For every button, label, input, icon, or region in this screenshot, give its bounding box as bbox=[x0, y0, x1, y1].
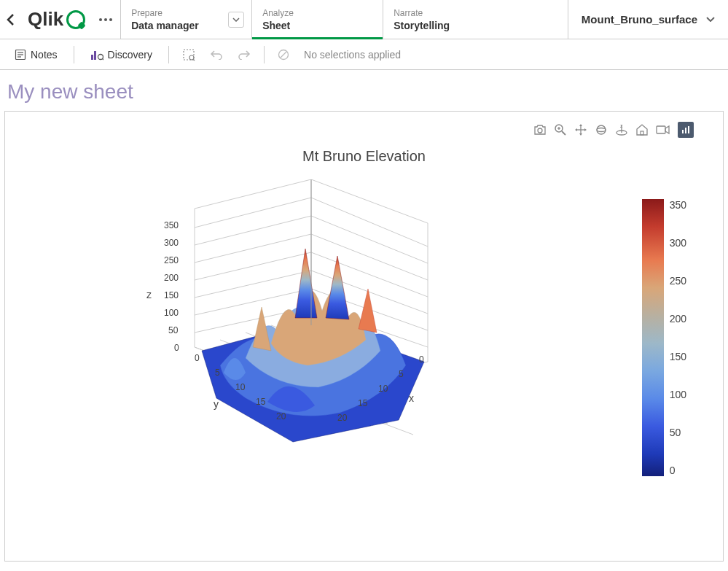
svg-point-16 bbox=[538, 128, 542, 133]
svg-point-1 bbox=[104, 18, 107, 21]
tab-narrate[interactable]: Narrate Storytelling bbox=[383, 0, 514, 39]
colorbar-tick: 200 bbox=[670, 313, 686, 325]
svg-rect-28 bbox=[641, 131, 643, 135]
svg-rect-7 bbox=[91, 55, 93, 60]
y-tick: 0 bbox=[195, 353, 200, 363]
x-tick: 15 bbox=[358, 398, 367, 408]
svg-line-44 bbox=[195, 216, 311, 245]
x-tick: 0 bbox=[419, 354, 424, 365]
undo-button[interactable] bbox=[206, 45, 227, 64]
clear-selections-button[interactable] bbox=[273, 44, 294, 65]
colorbar-labels: 350 300 250 200 150 100 50 0 bbox=[664, 199, 686, 476]
tab-title: Sheet bbox=[262, 20, 372, 31]
svg-line-52 bbox=[311, 198, 428, 246]
svg-line-45 bbox=[195, 198, 311, 228]
z-tick: 50 bbox=[168, 325, 178, 335]
colorbar-tick: 300 bbox=[670, 237, 686, 249]
separator bbox=[168, 46, 169, 63]
svg-line-51 bbox=[311, 216, 428, 263]
tab-title: Data manager bbox=[131, 20, 241, 31]
nav-tabs: Prepare Data manager Analyze Sheet Narra… bbox=[120, 0, 568, 39]
colorbar-gradient bbox=[642, 199, 664, 476]
x-tick: 20 bbox=[337, 413, 347, 423]
tab-analyze[interactable]: Analyze Sheet bbox=[251, 0, 383, 39]
svg-line-35 bbox=[195, 179, 311, 209]
tab-title: Storytelling bbox=[394, 20, 504, 31]
svg-rect-11 bbox=[184, 50, 194, 60]
svg-rect-32 bbox=[685, 128, 686, 133]
svg-line-42 bbox=[195, 252, 311, 280]
svg-line-41 bbox=[195, 271, 311, 298]
logo: Qlik bbox=[22, 0, 91, 39]
orbit-rotate-icon[interactable] bbox=[595, 123, 608, 136]
svg-line-13 bbox=[193, 59, 195, 61]
sheet-canvas: z Mt Bruno Elevation bbox=[4, 111, 724, 562]
svg-line-18 bbox=[562, 131, 565, 135]
svg-rect-31 bbox=[682, 130, 684, 133]
app-name-dropdown[interactable]: Mount_Bruno_surface bbox=[568, 0, 728, 39]
chart-modebar: z bbox=[533, 122, 694, 138]
discovery-button[interactable]: Discovery bbox=[83, 44, 160, 65]
z-tick: 150 bbox=[164, 290, 179, 300]
x-tick: 5 bbox=[399, 369, 404, 379]
camera-icon[interactable] bbox=[533, 124, 547, 136]
colorbar-tick: 250 bbox=[670, 275, 686, 287]
svg-text:z: z bbox=[620, 123, 623, 128]
z-tick: 250 bbox=[164, 255, 179, 265]
toolbar: Notes Discovery No selections applied bbox=[0, 39, 728, 70]
svg-rect-8 bbox=[94, 51, 96, 60]
colorbar-tick: 150 bbox=[670, 351, 686, 362]
back-button[interactable] bbox=[0, 0, 22, 39]
svg-point-23 bbox=[597, 125, 606, 134]
selection-tool-button[interactable] bbox=[178, 44, 200, 66]
x-tick: 10 bbox=[378, 384, 388, 394]
svg-point-0 bbox=[99, 18, 102, 21]
svg-point-9 bbox=[98, 54, 103, 59]
surface-3d-chart[interactable]: 350 300 250 200 150 100 50 0 z 0 5 10 15… bbox=[151, 179, 486, 457]
tab-prepare[interactable]: Prepare Data manager bbox=[120, 0, 251, 39]
z-tick: 200 bbox=[164, 273, 179, 283]
z-tick: 350 bbox=[164, 220, 179, 230]
chart-title: Mt Bruno Elevation bbox=[20, 148, 708, 165]
svg-rect-29 bbox=[657, 126, 665, 133]
pan-icon[interactable] bbox=[574, 123, 587, 136]
sheet-title: My new sheet bbox=[0, 70, 728, 111]
tab-label: Prepare bbox=[131, 8, 241, 18]
video-camera-icon[interactable] bbox=[656, 125, 670, 135]
y-tick: 15 bbox=[256, 397, 265, 407]
notes-button[interactable]: Notes bbox=[7, 44, 65, 65]
colorbar-tick: 350 bbox=[670, 199, 686, 211]
discovery-icon bbox=[90, 49, 103, 61]
y-axis-label: y bbox=[214, 398, 219, 410]
discovery-label: Discovery bbox=[108, 49, 152, 61]
y-tick: 10 bbox=[235, 382, 245, 392]
more-menu-button[interactable] bbox=[91, 0, 120, 39]
svg-line-43 bbox=[195, 234, 311, 263]
app-header: Qlik Prepare Data manager Analyze Sheet … bbox=[0, 0, 728, 39]
svg-line-50 bbox=[311, 234, 428, 280]
svg-line-15 bbox=[281, 51, 287, 58]
separator bbox=[264, 46, 265, 63]
svg-point-2 bbox=[109, 18, 112, 21]
y-tick: 5 bbox=[215, 368, 220, 378]
chevron-down-icon bbox=[706, 17, 715, 22]
plotly-logo-icon[interactable] bbox=[678, 122, 694, 138]
logo-mark-icon bbox=[66, 10, 85, 29]
svg-line-10 bbox=[102, 58, 103, 60]
z-tick: 100 bbox=[164, 308, 179, 318]
z-tick: 0 bbox=[174, 343, 179, 353]
logo-text: Qlik bbox=[28, 8, 63, 31]
svg-rect-33 bbox=[688, 126, 689, 133]
y-tick: 20 bbox=[276, 411, 286, 422]
colorbar-tick: 100 bbox=[670, 389, 686, 400]
z-axis-label: z bbox=[146, 289, 152, 300]
colorbar-tick: 50 bbox=[670, 427, 686, 438]
redo-button[interactable] bbox=[233, 45, 255, 64]
app-name-text: Mount_Bruno_surface bbox=[582, 13, 697, 26]
chevron-down-icon[interactable] bbox=[228, 12, 244, 28]
home-icon[interactable] bbox=[635, 124, 649, 136]
zoom-icon[interactable] bbox=[554, 123, 567, 136]
svg-line-49 bbox=[311, 252, 428, 297]
notes-icon bbox=[15, 49, 26, 61]
turntable-rotate-icon[interactable]: z bbox=[615, 123, 628, 136]
